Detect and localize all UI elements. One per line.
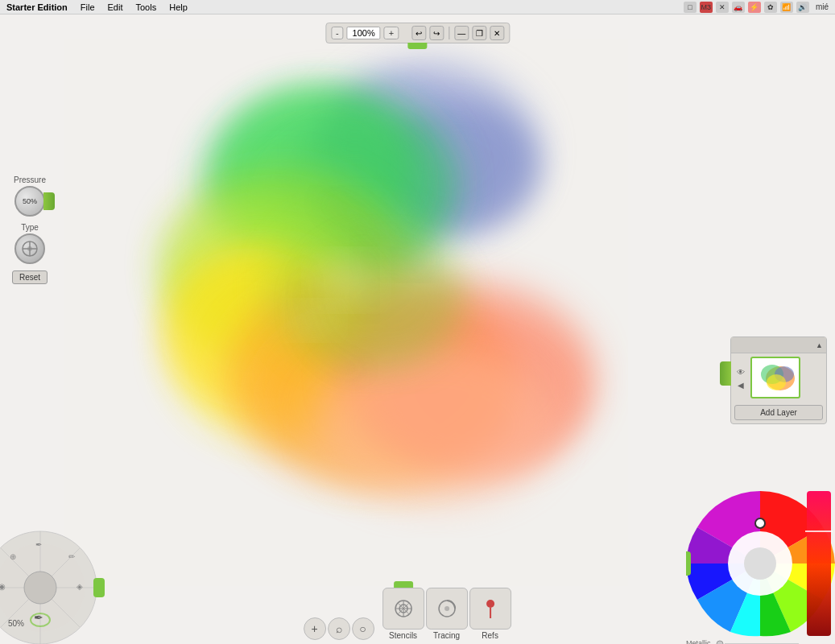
svg-point-1 — [314, 63, 539, 240]
svg-point-11 — [225, 272, 515, 481]
stencils-icon[interactable] — [382, 588, 424, 630]
toolbar-tab-handle[interactable] — [408, 43, 428, 49]
menu-tools[interactable]: Tools — [130, 0, 163, 14]
type-label: Type — [2, 223, 58, 232]
system-icons: □ M3 ✕ 🚗 ⚡ ✿ 📶 🔊 mié — [684, 2, 835, 13]
add-button[interactable]: + — [304, 617, 326, 640]
minimize-button[interactable]: — — [454, 26, 469, 40]
svg-point-13 — [338, 280, 596, 473]
redo-button[interactable]: ↪ — [429, 26, 444, 40]
svg-text:✒: ✒ — [35, 540, 42, 549]
clock-label: mié — [812, 2, 829, 11]
gmail-icon[interactable]: M3 — [700, 2, 713, 13]
svg-text:✏: ✏ — [68, 552, 76, 561]
layer-arrow-left[interactable]: ◀ — [738, 381, 744, 390]
layer-panel-header: ▲ — [731, 337, 826, 353]
undo-button[interactable]: ↩ — [411, 26, 426, 40]
svg-point-30 — [755, 518, 765, 528]
add-tools-group: + ⌕ ○ — [304, 617, 374, 640]
window-icon[interactable]: □ — [684, 2, 697, 13]
tab-refs[interactable]: Refs — [469, 588, 511, 640]
left-panel: Pressure 50% Type Reset — [2, 175, 58, 287]
zoom-in-button[interactable]: + — [384, 27, 399, 39]
svg-point-29 — [744, 547, 776, 580]
zoom-out-button[interactable]: - — [331, 27, 344, 39]
pressure-dial-handle[interactable] — [43, 192, 55, 210]
type-dial[interactable] — [14, 233, 45, 264]
svg-point-14 — [378, 312, 588, 473]
menu-edit[interactable]: Edit — [101, 0, 130, 14]
svg-point-8 — [161, 200, 354, 361]
circle-button[interactable]: ○ — [352, 617, 374, 640]
pressure-label: Pressure — [2, 175, 58, 184]
svg-point-18 — [314, 256, 378, 304]
svg-rect-31 — [807, 491, 831, 636]
layer-panel-handle[interactable] — [720, 361, 731, 386]
layer-panel: ▲ 👁 ◀ Add Layer — [730, 336, 827, 424]
svg-point-9 — [169, 248, 378, 441]
color-wheel[interactable]: Metallic — [686, 483, 835, 644]
svg-point-16 — [266, 208, 459, 369]
svg-text:◈: ◈ — [76, 582, 83, 591]
svg-point-19 — [290, 304, 338, 336]
alert-icon[interactable]: ⚡ — [748, 2, 761, 13]
type-dial-container — [2, 233, 58, 264]
layer-thumbnail[interactable] — [750, 357, 800, 398]
svg-point-43 — [24, 572, 56, 604]
car-icon[interactable]: 🚗 — [732, 2, 745, 13]
svg-point-3 — [338, 79, 467, 192]
svg-text:◉: ◉ — [0, 582, 6, 591]
reset-button[interactable]: Reset — [12, 270, 48, 284]
svg-rect-0 — [64, 39, 628, 586]
close-button[interactable]: ✕ — [490, 26, 504, 40]
svg-rect-33 — [686, 551, 691, 576]
svg-point-23 — [27, 246, 32, 251]
svg-point-7 — [161, 167, 403, 361]
brush-wheel[interactable]: ✒ ✏ ◈ ⊕ ◉ ✒ 50% — [0, 507, 121, 644]
svg-rect-51 — [93, 578, 105, 597]
layer-panel-arrow-up[interactable]: ▲ — [816, 341, 823, 349]
toolbar-separator — [449, 27, 449, 39]
stencils-label: Stencils — [389, 631, 417, 640]
svg-text:⊕: ⊕ — [10, 552, 16, 561]
menu-help[interactable]: Help — [163, 0, 194, 14]
pressure-dial[interactable]: 50% — [14, 186, 45, 217]
painting-canvas[interactable] — [64, 39, 628, 586]
svg-point-35 — [717, 641, 723, 644]
layer-eye-icon[interactable]: 👁 — [734, 366, 747, 379]
tracing-icon[interactable] — [426, 588, 468, 630]
wifi-icon[interactable]: 📶 — [780, 2, 793, 13]
app-title: Starter Edition — [0, 2, 74, 12]
svg-text:Metallic: Metallic — [686, 639, 711, 644]
zoom-display: 100% — [347, 27, 381, 39]
pressure-dial-container: 50% — [2, 186, 58, 217]
svg-point-6 — [274, 127, 435, 272]
svg-point-60 — [486, 600, 494, 608]
svg-point-17 — [306, 240, 467, 369]
refs-icon[interactable] — [469, 588, 511, 630]
add-layer-button[interactable]: Add Layer — [734, 405, 823, 420]
menu-file[interactable]: File — [74, 0, 101, 14]
menu-bar: Starter Edition File Edit Tools Help □ M… — [0, 0, 835, 14]
svg-point-27 — [767, 374, 786, 390]
layer-thumb-row: 👁 ◀ — [731, 353, 826, 402]
search-button[interactable]: ⌕ — [328, 617, 350, 640]
tab-stencils[interactable]: Stencils — [382, 581, 424, 640]
svg-point-5 — [217, 87, 411, 248]
volume-icon[interactable]: 🔊 — [796, 2, 809, 13]
bluetooth-icon[interactable]: ✿ — [764, 2, 777, 13]
zoom-value: 50% — [8, 619, 24, 628]
canvas-area[interactable]: - 100% + ↩ ↪ — ❐ ✕ Pressure 50% Type — [0, 14, 835, 644]
svg-point-15 — [314, 345, 556, 506]
close-sys-icon[interactable]: ✕ — [716, 2, 729, 13]
svg-point-12 — [258, 312, 515, 489]
svg-point-10 — [161, 248, 338, 409]
refs-label: Refs — [482, 631, 498, 640]
zoom-label: 50% — [8, 619, 24, 628]
tab-tracing[interactable]: Tracing — [426, 588, 468, 640]
tracing-label: Tracing — [433, 631, 460, 640]
restore-button[interactable]: ❐ — [472, 26, 486, 40]
top-toolbar: - 100% + ↩ ↪ — ❐ ✕ — [325, 23, 510, 43]
svg-point-59 — [444, 606, 449, 611]
svg-point-4 — [201, 87, 459, 280]
